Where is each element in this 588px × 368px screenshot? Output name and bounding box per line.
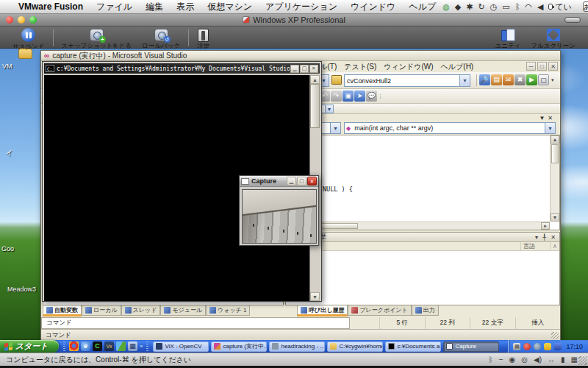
bluetooth-icon[interactable]: ᛒ xyxy=(515,3,520,11)
mail-icon[interactable]: ✉ xyxy=(503,74,514,85)
display-tray-icon[interactable] xyxy=(554,343,562,350)
unity-button[interactable]: ユニティ xyxy=(495,28,521,51)
solution-explorer-icon[interactable]: ▤ xyxy=(491,74,502,85)
callstack-panel[interactable]: 呼び出し履歴 ▾ ╀ ✕ 名前 言語 ∧ xyxy=(285,232,560,305)
cmd-minimize-button[interactable]: ▁ xyxy=(290,65,299,73)
volume-icon[interactable]: ◀ xyxy=(537,3,543,11)
doc-close-icon[interactable]: ✕ xyxy=(548,115,556,121)
red-tray-icon[interactable] xyxy=(523,343,531,350)
debug-toolbar-icon[interactable]: ➤ xyxy=(354,91,365,102)
status-plugin-icon[interactable]: ✱ xyxy=(466,3,473,11)
capture-minimize-button[interactable]: ▁ xyxy=(287,177,296,185)
members-combo[interactable]: ◆ main(int argc, char ** argv)▼ xyxy=(344,122,556,134)
scroll-up-icon[interactable]: ▲ xyxy=(551,135,559,144)
vs-maximize-button[interactable]: □ xyxy=(537,62,547,71)
bluetooth-device-icon[interactable]: ᛒ xyxy=(489,355,493,364)
rollback-button[interactable]: ↺ ロールバック xyxy=(142,28,180,51)
panel-dropdown-icon[interactable]: ▾ xyxy=(535,234,539,241)
taskbar-button-cmd[interactable]: c:¥Documents a... xyxy=(385,342,441,352)
desktop-folder-icon[interactable] xyxy=(18,49,32,59)
sound-device-icon[interactable]: ◀) xyxy=(534,355,542,364)
desktop-icon-label[interactable]: イ xyxy=(6,149,12,158)
tab-output[interactable]: 出力 xyxy=(412,305,439,316)
displays-icon[interactable]: ▭ xyxy=(502,3,509,11)
floppy-device-icon[interactable]: − xyxy=(499,355,503,364)
app-window-icon[interactable]: ▦ xyxy=(128,342,137,351)
taskbar-button-cygwin-folder[interactable]: C:¥cygwin¥home... xyxy=(327,342,383,352)
vs-menu-window[interactable]: ウィンドウ(W) xyxy=(380,62,437,72)
tab-autos[interactable]: 自動変数 xyxy=(43,305,82,316)
find-symbol-icon[interactable]: 🔎 xyxy=(479,74,490,85)
desktop-icon-label[interactable]: Meadow3 xyxy=(7,286,36,293)
menu-help[interactable]: ヘルプ xyxy=(402,1,442,13)
vs-titlebar[interactable]: ∞ capture (実行中) - Microsoft Visual Studi… xyxy=(41,51,560,61)
editor-vertical-scrollbar[interactable]: ▲ ▼ xyxy=(550,135,559,222)
debug-toolbar-icon[interactable]: ▣ xyxy=(343,91,354,102)
scroll-up-icon[interactable]: ▲ xyxy=(310,75,320,84)
take-snapshot-button[interactable]: + スナップショットをとる xyxy=(62,28,132,51)
panel-close-icon[interactable]: ✕ xyxy=(551,234,557,241)
command-window[interactable]: コマンド xyxy=(41,317,350,329)
desktop-icon-label[interactable]: Goo xyxy=(1,245,14,252)
scroll-right-icon[interactable]: ▸ xyxy=(541,222,550,230)
doc-list-dropdown-icon[interactable]: ▼ xyxy=(539,115,548,121)
quicklaunch-overflow-icon[interactable]: » xyxy=(140,343,143,350)
printer-tray-icon[interactable]: ▤ xyxy=(513,343,520,350)
capture-window[interactable]: Capture ▁ ▢ ✕ xyxy=(239,175,319,246)
menu-view[interactable]: 表示 xyxy=(170,1,201,13)
desktop-icon-label[interactable]: VM xyxy=(2,63,12,70)
ie-icon[interactable]: e xyxy=(81,342,90,351)
taskbar-clock[interactable]: 17:10 xyxy=(566,343,583,350)
pin-icon[interactable]: ╀ xyxy=(542,234,548,241)
scroll-down-icon[interactable]: ▼ xyxy=(310,292,320,301)
capture-titlebar[interactable]: Capture ▁ ▢ ✕ xyxy=(240,176,318,187)
window-resize-grip[interactable] xyxy=(578,356,587,365)
harddisk-device-icon[interactable]: ▦ xyxy=(571,355,578,364)
toolbar-drag-handle[interactable] xyxy=(146,342,148,351)
start-debug-icon[interactable]: ▶ xyxy=(526,74,537,85)
input-method-indicator[interactable]: あ xyxy=(583,1,588,12)
photo-viewer-icon[interactable] xyxy=(116,342,126,351)
cd-device-icon[interactable]: ◎ xyxy=(521,355,528,364)
fullscreen-button[interactable]: フルスクリーン xyxy=(531,28,576,51)
network-device-icon[interactable]: ↔ xyxy=(548,355,555,364)
toolbar-overflow-icon[interactable]: ⋮ xyxy=(378,93,383,99)
start-button[interactable]: スタート xyxy=(0,340,59,353)
toolbar-drag-handle[interactable] xyxy=(63,342,65,351)
debug-toolbar-icon[interactable]: 💬 xyxy=(366,91,377,102)
resize-grip[interactable] xyxy=(551,332,559,339)
vix-icon[interactable]: Vx xyxy=(104,342,114,351)
vs-minimize-button[interactable]: ─ xyxy=(526,62,536,71)
menu-applications[interactable]: アプリケーション xyxy=(259,1,344,13)
toolbar-toggle-capsule[interactable] xyxy=(564,17,581,23)
taskbar-button-capture-vs[interactable]: capture (実行中... xyxy=(211,342,267,352)
update-tray-icon[interactable] xyxy=(534,343,541,350)
taskbar-button-headtracking[interactable]: headtracking - .. xyxy=(269,342,325,352)
status-app-icon[interactable]: ◆ xyxy=(455,3,461,11)
scroll-down-icon[interactable]: ▼ xyxy=(551,213,559,222)
menu-edit[interactable]: 編集 xyxy=(139,1,170,13)
open-file-icon[interactable] xyxy=(331,75,342,85)
tab-locals[interactable]: ローカル xyxy=(82,305,121,316)
tab-breakpoints[interactable]: ブレークポイント xyxy=(348,305,411,316)
toolbox-icon[interactable]: ✖ xyxy=(514,74,526,85)
security-shield-icon[interactable] xyxy=(544,343,551,350)
usb-device-icon[interactable]: ▮ xyxy=(561,355,565,364)
wifi-icon[interactable]: ◠ xyxy=(525,3,532,11)
vmware-window-titlebar[interactable]: Windows XP Professional xyxy=(0,14,588,26)
timemachine-icon[interactable]: ◷ xyxy=(490,3,498,11)
cmd-close-button[interactable]: ✕ xyxy=(309,65,318,73)
vs-menu-help[interactable]: ヘルプ(H) xyxy=(437,62,478,72)
cmd-maximize-button[interactable]: ▢ xyxy=(300,65,309,73)
browser-icon[interactable] xyxy=(69,342,79,351)
terminal-icon[interactable]: C xyxy=(93,342,102,351)
tab-callstack[interactable]: 呼び出し履歴 xyxy=(297,305,348,316)
menu-window[interactable]: ウインドウ xyxy=(344,1,402,13)
debug-toolbar-icon[interactable]: ↷ xyxy=(331,91,342,102)
tab-modules[interactable]: モジュール xyxy=(160,305,206,316)
tab-threads[interactable]: スレッド xyxy=(121,305,161,316)
tab-watch1[interactable]: ウォッチ 1 xyxy=(206,305,250,316)
capture-close-button[interactable]: ✕ xyxy=(307,177,317,185)
capture-maximize-button[interactable]: ▢ xyxy=(297,177,306,185)
column-language[interactable]: 言語 xyxy=(521,242,551,250)
